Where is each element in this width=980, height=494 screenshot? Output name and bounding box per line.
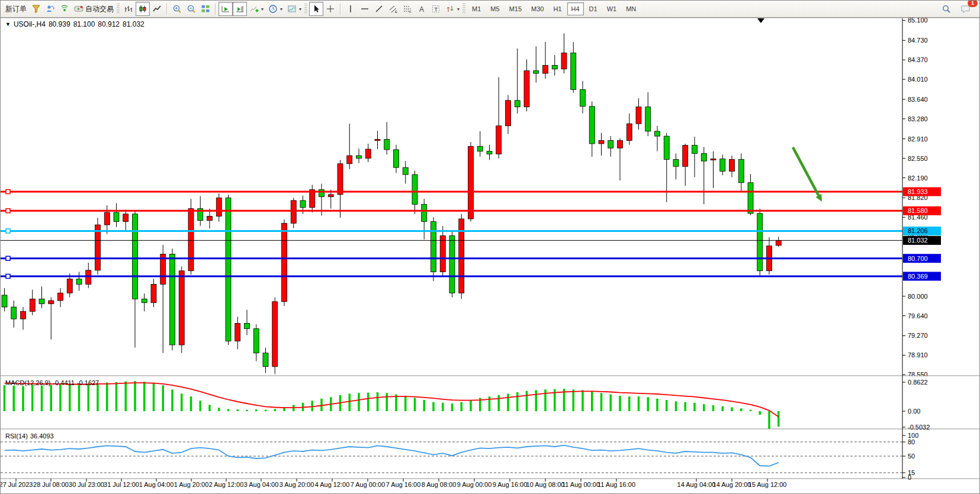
fibonacci-icon: F — [403, 4, 412, 14]
svg-text:80.700: 80.700 — [908, 255, 928, 262]
hline-anchor[interactable] — [6, 256, 10, 260]
trendline-tool-button[interactable] — [372, 2, 386, 16]
toolbar-separator — [340, 4, 341, 15]
fibonacci-tool-button[interactable]: F — [400, 2, 415, 16]
periods-button[interactable]: ▾ — [266, 2, 285, 16]
funnel-button[interactable] — [29, 2, 43, 16]
svg-text:81.206: 81.206 — [908, 227, 928, 234]
collapse-triangle-icon[interactable]: ▼ — [5, 21, 11, 27]
text-icon: A — [417, 4, 426, 14]
hline-anchor[interactable] — [6, 229, 10, 233]
svg-text:7 Aug 00:00: 7 Aug 00:00 — [351, 481, 385, 488]
timeframe-m15[interactable]: M15 — [505, 2, 526, 15]
auto-trading-label: 自动交易 — [85, 4, 114, 14]
chart-shift-button[interactable] — [233, 2, 247, 16]
svg-text:9 Aug 00:00: 9 Aug 00:00 — [457, 481, 492, 488]
hline-anchor[interactable] — [6, 209, 10, 213]
low-value: 80.912 — [98, 20, 120, 28]
vertical-line-tool-button[interactable] — [343, 2, 358, 16]
svg-text:82.550: 82.550 — [908, 155, 928, 162]
signals-button[interactable] — [57, 2, 72, 16]
macd-name: MACD(12,26,9) — [5, 379, 50, 386]
toolbar-grip — [117, 4, 120, 14]
svg-text:82.190: 82.190 — [908, 175, 928, 182]
horizontal-line-tool-button[interactable] — [358, 2, 372, 16]
timeframe-m5[interactable]: M5 — [486, 2, 503, 15]
svg-text:11 Aug 16:00: 11 Aug 16:00 — [597, 481, 635, 488]
chart-title[interactable]: ▼ USOil-,H4 80.939 81.100 80.912 81.032 — [5, 20, 144, 28]
svg-text:80: 80 — [908, 438, 915, 445]
svg-text:0.8622: 0.8622 — [908, 379, 928, 386]
timeframe-m1[interactable]: M1 — [468, 2, 485, 15]
crosshair-button[interactable] — [323, 2, 338, 16]
new-order-button[interactable]: 新订单 — [3, 2, 29, 16]
line-chart-button[interactable] — [150, 2, 164, 16]
zoom-out-button[interactable] — [184, 2, 198, 16]
zoom-in-icon — [172, 4, 182, 14]
zoom-out-icon — [187, 4, 196, 14]
auto-trading-button[interactable]: 自动交易 — [72, 2, 116, 16]
open-value: 80.939 — [49, 20, 70, 28]
svg-text:E: E — [395, 10, 397, 14]
toolbar-separator — [215, 4, 216, 15]
svg-text:79.640: 79.640 — [908, 312, 928, 319]
candlestick-chart-button[interactable] — [136, 2, 150, 16]
svg-text:8 Aug 08:00: 8 Aug 08:00 — [422, 481, 457, 488]
traders-community-button[interactable] — [43, 2, 57, 16]
add-indicator-button[interactable]: ▾ — [247, 2, 266, 16]
rsi-name: RSI(14) — [5, 432, 28, 440]
timeframe-m30[interactable]: M30 — [527, 2, 548, 15]
timeframe-h4[interactable]: H4 — [567, 2, 584, 15]
chevron-down-icon: ▾ — [457, 7, 460, 12]
svg-text:80.000: 80.000 — [908, 293, 928, 300]
svg-text:7 Aug 16:00: 7 Aug 16:00 — [386, 481, 421, 488]
bar-chart-icon — [124, 4, 133, 14]
template-icon — [287, 4, 297, 14]
arrows-tool-button[interactable]: ▾ — [443, 2, 462, 16]
svg-text:1 Aug 20:00: 1 Aug 20:00 — [174, 481, 209, 488]
new-order-label: 新订单 — [5, 4, 27, 14]
bar-chart-button[interactable] — [121, 2, 136, 16]
timeframe-mn[interactable]: MN — [622, 2, 640, 15]
cursor-button[interactable] — [309, 2, 323, 16]
arrows-shapes-icon — [445, 4, 455, 14]
search-button[interactable] — [939, 2, 953, 16]
svg-text:14 Aug 20:00: 14 Aug 20:00 — [713, 481, 751, 488]
chart-canvas[interactable]: 85.10084.73084.37084.01083.64083.28082.9… — [1, 1, 980, 494]
timeframe-d1[interactable]: D1 — [585, 2, 602, 15]
channel-tool-button[interactable]: E — [386, 2, 400, 16]
svg-text:84.370: 84.370 — [908, 56, 928, 63]
toolbar-grip — [304, 4, 307, 14]
chevron-down-icon: ▾ — [299, 7, 301, 12]
rsi-label: RSI(14)36.4093 — [5, 432, 56, 440]
hline-anchor[interactable] — [6, 189, 10, 193]
svg-text:9 Aug 16:00: 9 Aug 16:00 — [493, 481, 528, 488]
svg-text:78.550: 78.550 — [908, 371, 928, 378]
text-tool-button[interactable]: A — [415, 2, 429, 16]
auto-scroll-button[interactable] — [219, 2, 233, 16]
svg-text:79.270: 79.270 — [908, 332, 928, 339]
svg-text:4 Aug 12:00: 4 Aug 12:00 — [315, 481, 350, 488]
svg-text:30 Jul 23:00: 30 Jul 23:00 — [69, 481, 104, 488]
svg-text:1 Aug 04:00: 1 Aug 04:00 — [139, 481, 174, 488]
tile-windows-button[interactable] — [198, 2, 213, 16]
trendline-icon — [374, 4, 384, 14]
toolbar-grip — [462, 4, 465, 14]
macd-value: -0.4411 — [53, 379, 75, 386]
svg-text:-0.5032: -0.5032 — [908, 424, 930, 431]
svg-text:83.280: 83.280 — [908, 115, 928, 122]
templates-button[interactable]: ▾ — [285, 2, 304, 16]
mt4-window: 85.10084.73084.37084.01083.64083.28082.9… — [0, 0, 980, 494]
auto-scroll-icon — [221, 4, 230, 14]
hline-anchor[interactable] — [6, 274, 10, 278]
timeframe-group: M1M5M15M30H1H4D1W1MN — [467, 2, 641, 15]
zoom-in-button[interactable] — [170, 2, 184, 16]
label-tool-button[interactable]: T — [429, 2, 443, 16]
timeframe-h1[interactable]: H1 — [549, 2, 565, 15]
svg-text:84.010: 84.010 — [908, 76, 928, 83]
timeframe-w1[interactable]: W1 — [603, 2, 621, 15]
line-chart-icon — [152, 4, 162, 14]
close-value: 81.032 — [123, 20, 144, 28]
notification-badge: 1 — [968, 0, 978, 7]
svg-text:31 Jul 12:00: 31 Jul 12:00 — [104, 481, 139, 488]
